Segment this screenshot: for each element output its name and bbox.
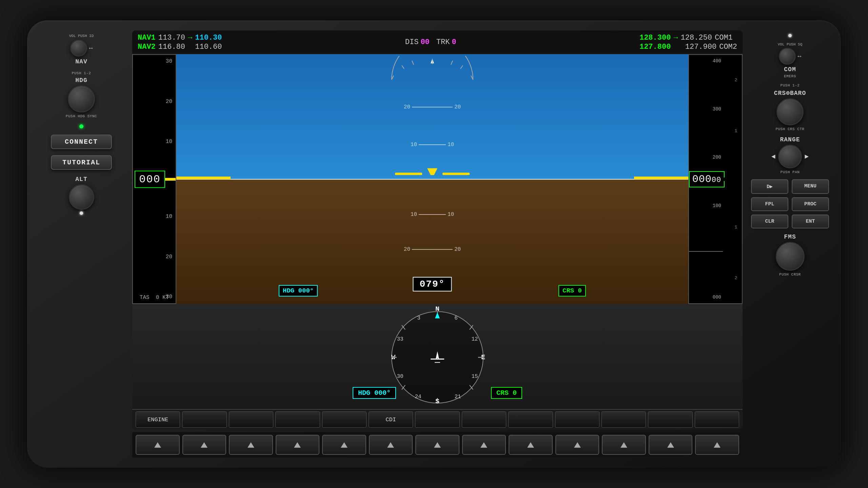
- connect-button[interactable]: CONNECT: [51, 135, 112, 149]
- com2-label: COM2: [719, 43, 737, 51]
- range-knob[interactable]: [778, 145, 802, 168]
- aircraft-symbol: [395, 166, 470, 182]
- svg-line-2: [402, 65, 404, 69]
- ent-button[interactable]: ENT: [792, 215, 829, 228]
- softkey-7[interactable]: [415, 411, 459, 428]
- alt-tick-200: 200: [689, 155, 723, 160]
- softkey-btn-2[interactable]: [182, 435, 226, 455]
- svg-line-4: [460, 65, 463, 69]
- com2-standby: 127.900: [685, 43, 716, 51]
- svg-text:24: 24: [415, 394, 421, 400]
- alt-box: 00000: [689, 171, 725, 187]
- up-arrow-icon-5: [341, 442, 348, 448]
- com-info: 128.300 → 128.250 COM1 127.800 127.900 C…: [639, 34, 737, 51]
- softkey-12[interactable]: [648, 411, 692, 428]
- svg-rect-8: [395, 172, 422, 175]
- push-crsr-label: PUSH CRSR: [779, 272, 801, 277]
- up-arrow-icon-4: [294, 442, 301, 448]
- fpl-button[interactable]: FPL: [751, 197, 788, 211]
- hdg-bug-box: HDG 000°: [279, 285, 318, 297]
- softkey-4[interactable]: [275, 411, 320, 428]
- softkey-btn-11[interactable]: [602, 435, 646, 455]
- speed-box: 000: [135, 170, 165, 188]
- com2-space: [673, 43, 682, 51]
- crs-baro-knob[interactable]: [776, 98, 804, 125]
- softkey-engine[interactable]: ENGINE: [136, 411, 180, 428]
- fms-knob[interactable]: [776, 242, 805, 271]
- softkey-cdi[interactable]: CDI: [369, 411, 413, 428]
- up-arrow-icon-11: [620, 442, 627, 448]
- clr-button[interactable]: CLR: [751, 215, 788, 228]
- softkey-btn-8[interactable]: [462, 435, 506, 455]
- nav1-standby: 113.70: [158, 34, 185, 42]
- crs-baro-label: CRS⊕BARO: [774, 89, 806, 97]
- dis-value: 00: [420, 38, 429, 46]
- up-arrow-icon-6: [387, 442, 394, 448]
- crs-box: CRS 0: [558, 285, 586, 297]
- nav-vol-knob[interactable]: [70, 40, 87, 57]
- proc-button[interactable]: PROC: [792, 197, 829, 211]
- dis-trk: DIS 00 TRK 0: [405, 38, 456, 46]
- softkey-2[interactable]: [182, 411, 226, 428]
- hdg-knob[interactable]: [68, 85, 95, 113]
- softkey-5[interactable]: [322, 411, 367, 428]
- softkey-8[interactable]: [462, 411, 506, 428]
- range-right-icon: ►: [805, 153, 809, 161]
- softkey-3[interactable]: [229, 411, 273, 428]
- softkey-btn-1[interactable]: [136, 435, 180, 455]
- softkey-btn-9[interactable]: [509, 435, 553, 455]
- main-display: 30 20 10 10 20 30 000 TAS: [132, 54, 743, 304]
- speed-value: 000: [137, 173, 163, 185]
- hdg-display-box: HDG 000°: [353, 387, 396, 399]
- softkey-btn-3[interactable]: [229, 435, 273, 455]
- fms-label: FMS: [784, 233, 796, 240]
- alt-tick-400: 400: [689, 58, 723, 64]
- up-arrow-icon-10: [574, 442, 581, 448]
- alt-digits: 00000: [692, 174, 721, 185]
- vol-push-id-label: VOL PUSH ID: [69, 34, 94, 38]
- up-arrow-icon-9: [527, 442, 534, 448]
- direct-button[interactable]: D▶: [751, 179, 788, 194]
- left-panel: VOL PUSH ID ↔ NAV PUSH 1-2 HDG PUSH HDG …: [37, 30, 125, 458]
- speed-tick-10b: 10: [133, 214, 176, 220]
- vsi-2-up: 2: [735, 78, 737, 83]
- nav-vol-knob-group: VOL PUSH ID ↔ NAV: [69, 34, 94, 65]
- softkey-10[interactable]: [555, 411, 599, 428]
- softkey-btn-12[interactable]: [649, 435, 693, 455]
- softkey-btn-7[interactable]: [415, 435, 459, 455]
- softkey-btn-5[interactable]: [322, 435, 366, 455]
- softkey-btn-4[interactable]: [276, 435, 320, 455]
- menu-button[interactable]: MENU: [792, 179, 829, 194]
- svg-text:6: 6: [454, 315, 458, 321]
- speed-tick-20: 20: [133, 99, 176, 105]
- softkey-btn-6[interactable]: [369, 435, 413, 455]
- svg-rect-9: [442, 172, 470, 175]
- svg-line-6: [412, 61, 414, 65]
- alt-knob[interactable]: [69, 184, 94, 210]
- alt-label: ALT: [75, 176, 87, 183]
- hsi-area: N S E W 6 12 33 3 15 30 21 24: [132, 304, 743, 409]
- com-arrow-icon: ↔: [798, 53, 802, 60]
- com1-row: 128.300 → 128.250 COM1: [639, 34, 737, 42]
- alt-tick-000: 000: [689, 294, 723, 300]
- vsi-1-up: 1: [735, 128, 737, 134]
- nav2-standby: 116.80: [158, 43, 185, 51]
- svg-text:15: 15: [471, 373, 478, 380]
- nav-info: NAV1 113.70 → 110.30 NAV2 116.80 110.60: [138, 34, 222, 51]
- vsi-2-dn: 2: [735, 276, 737, 281]
- tutorial-button[interactable]: TUTORIAL: [51, 155, 112, 170]
- com-vol-knob[interactable]: [779, 48, 796, 65]
- softkey-13[interactable]: [695, 411, 739, 428]
- compass-rose: N S E W 6 12 33 3 15 30 21 24: [387, 307, 488, 407]
- push-hdg-sync-label: PUSH HDG SYNC: [66, 114, 97, 118]
- com2-active: 127.800: [639, 43, 671, 51]
- softkey-9[interactable]: [508, 411, 553, 428]
- softkey-11[interactable]: [601, 411, 646, 428]
- up-arrow-icon-12: [667, 442, 674, 448]
- trk-field: TRK 0: [436, 38, 456, 46]
- softkey-btn-13[interactable]: [695, 435, 739, 455]
- up-arrow-icon-7: [434, 442, 441, 448]
- alt-tick-300: 300: [689, 106, 723, 112]
- dis-field: DIS 00: [405, 38, 430, 46]
- softkey-btn-10[interactable]: [555, 435, 599, 455]
